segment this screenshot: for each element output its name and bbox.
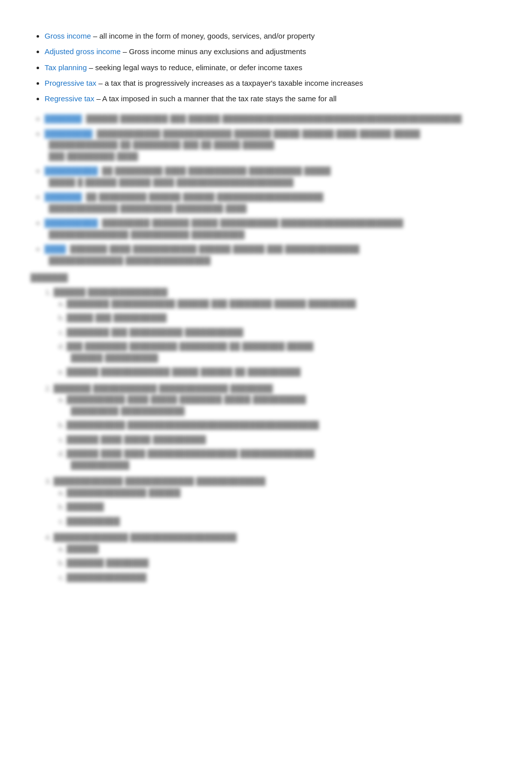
content-wrapper: Gross income – all income in the form of… (31, 30, 501, 583)
blurred-heading-1: ███████ (31, 273, 501, 282)
term-gross-income: Gross income (45, 32, 91, 40)
sub-item-4b: ███████ ████████ (67, 557, 501, 569)
definition-adjusted-gross-income: – Gross income minus any exclusions and … (123, 47, 306, 56)
term-regressive-tax: Regressive tax (45, 94, 94, 103)
definition-gross-income: – all income in the form of money, goods… (93, 32, 315, 40)
term-progressive-tax: Progressive tax (45, 79, 96, 87)
definition-tax-planning: – seeking legal ways to reduce, eliminat… (89, 63, 302, 72)
blurred-bullet-list: ███████ ██████ █████████ ███ ██████ ████… (31, 113, 501, 266)
sub-item-4a: ██████ (67, 543, 501, 555)
sub-item-2d: ██████ ████ ████ █████████████████ █████… (67, 448, 501, 471)
sub-item-2b: ███████████ ████████████████████████████… (67, 420, 501, 431)
nested-item-3: █████████████ █████████████ ████████████… (54, 476, 501, 527)
sub-item-3b: ███████ (67, 501, 501, 513)
blurred-item-1: ███████ ██████ █████████ ███ ██████ ████… (45, 113, 501, 125)
blurred-item-5: ██████████ █████████ ███████ █████ █████… (45, 218, 501, 240)
blurred-item-2: █████████ ████████████ █████████████ ███… (45, 128, 501, 162)
list-item-regressive-tax: Regressive tax – A tax imposed in such a… (45, 93, 501, 104)
term-tax-planning: Tax planning (45, 63, 87, 72)
sub-list-2: ███████████ ████ █████ ████████ █████ ██… (54, 394, 501, 471)
blurred-content: ███████ ██████ █████████ ███ ██████ ████… (31, 113, 501, 583)
blurred-item-3: ██████████ ██ █████████ ████ ███████████… (45, 165, 501, 188)
definition-progressive-tax: – a tax that is progressively increases … (99, 79, 363, 87)
blurred-item-6: ████ ███████ ████ ████████████ ██████ ██… (45, 244, 501, 266)
nested-list-1: ██████ ███████████████ ████████ ████████… (41, 287, 501, 583)
sub-item-1e: ██████ █████████████ █████ ██████ ██ ███… (67, 366, 501, 378)
sub-item-1d: ███ ████████ █████████ █████████ ██ ████… (67, 341, 501, 363)
nested-item-1: ██████ ███████████████ ████████ ████████… (54, 287, 501, 378)
main-bullet-list: Gross income – all income in the form of… (31, 30, 501, 104)
sub-item-1b: █████ ███ ██████████ (67, 312, 501, 324)
blurred-item-4: ███████ ██ █████████ ██████ ██████ █████… (45, 191, 501, 214)
nested-section-1: ██████ ███████████████ ████████ ████████… (41, 287, 501, 583)
sub-item-4c: ███████████████ (67, 572, 501, 583)
definition-regressive-tax: – A tax imposed in such a manner that th… (96, 94, 336, 103)
term-adjusted-gross-income: Adjusted gross income (45, 47, 121, 56)
sub-item-2c: ██████ ████ █████ ██████████ (67, 434, 501, 446)
list-item-adjusted-gross-income: Adjusted gross income – Gross income min… (45, 46, 501, 57)
sub-item-2a: ███████████ ████ █████ ████████ █████ ██… (67, 394, 501, 417)
sub-item-3c: ██████████ (67, 516, 501, 527)
list-item-gross-income: Gross income – all income in the form of… (45, 30, 501, 42)
nested-item-2: ███████ ████████████ █████████████ █████… (54, 383, 501, 471)
list-item-progressive-tax: Progressive tax – a tax that is progress… (45, 77, 501, 89)
list-item-tax-planning: Tax planning – seeking legal ways to red… (45, 62, 501, 73)
nested-item-4: ██████████████ ████████████████████ ████… (54, 532, 501, 583)
sub-item-1a: ████████ ████████████ ██████ ███ ███████… (67, 298, 501, 310)
sub-item-1c: ████████ ███ ██████████ ███████████ (67, 327, 501, 338)
sub-list-4: ██████ ███████ ████████ ███████████████ (54, 543, 501, 583)
sub-list-3: ███████████████ ██████ ███████ █████████… (54, 487, 501, 527)
sub-item-3a: ███████████████ ██████ (67, 487, 501, 499)
sub-list-1: ████████ ████████████ ██████ ███ ███████… (54, 298, 501, 378)
